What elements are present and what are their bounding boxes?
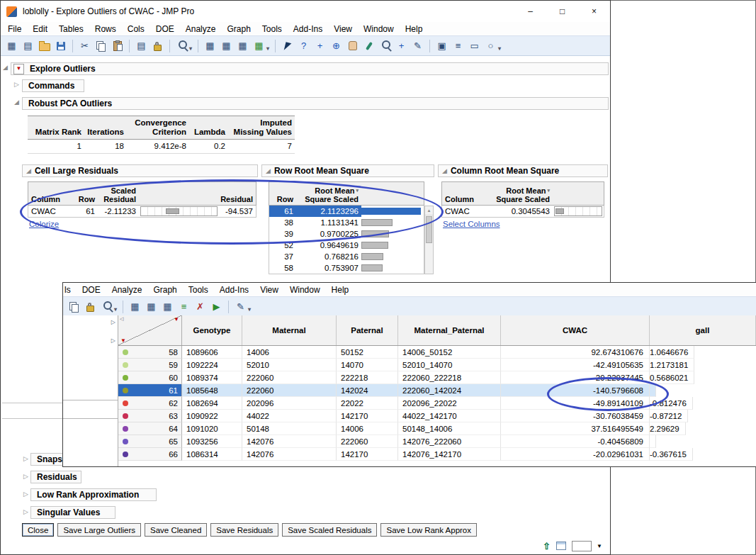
column-header-paternal[interactable]: Paternal xyxy=(337,315,398,345)
menu-analyze[interactable]: Analyze xyxy=(180,24,222,34)
cell-large-residuals-header[interactable]: ◢ Cell Large Residuals xyxy=(22,164,258,177)
cwac-cell[interactable]: -0.40456809 xyxy=(501,435,650,448)
row-state-dot-icon[interactable] xyxy=(123,375,128,381)
singular-values-header[interactable]: Singular Values xyxy=(30,506,115,519)
line-tool-icon[interactable]: ≡ xyxy=(451,38,466,53)
dw-menu-add-ins[interactable]: Add-Ins xyxy=(214,285,254,295)
disclosure-clr-icon[interactable]: ◢ xyxy=(26,168,31,174)
maternal-paternal-cell[interactable]: 50148_14006 xyxy=(398,422,501,435)
cwac-cell[interactable]: -20.02961031 xyxy=(501,448,650,461)
gall-cell[interactable] xyxy=(650,435,656,448)
table-row[interactable]: 60 1089374 222060 222218 222060_222218 -… xyxy=(118,371,756,384)
status-dropdown-icon[interactable]: ▼ xyxy=(597,543,602,549)
disclosure-low-rank-icon[interactable]: ▷ xyxy=(23,491,28,498)
disclosure-explore-outliers-icon[interactable]: ◢ xyxy=(3,65,8,71)
dw-menu-view[interactable]: View xyxy=(254,285,284,295)
close-report-button[interactable]: Close xyxy=(22,523,54,537)
titlebar[interactable]: loblolly - Explore Outliers of CWAC - JM… xyxy=(1,1,610,22)
maternal-cell[interactable]: 50148 xyxy=(242,422,337,435)
lock-icon[interactable] xyxy=(83,299,98,314)
select-columns-link[interactable]: Select Columns xyxy=(443,220,500,228)
paternal-cell[interactable]: 222218 xyxy=(337,371,398,384)
oval-tool-icon[interactable]: ○ xyxy=(483,38,498,53)
maternal-cell[interactable]: 14006 xyxy=(242,346,337,359)
status-up-icon[interactable]: ⇧ xyxy=(543,541,551,551)
paternal-cell[interactable]: 142170 xyxy=(337,448,398,461)
add-rows-icon[interactable]: ▦ xyxy=(128,299,142,314)
row-header[interactable]: 61 xyxy=(118,384,182,397)
save-large-outliers-button[interactable]: Save Large Outliers xyxy=(57,523,141,537)
maternal-cell[interactable]: 222060 xyxy=(242,384,337,397)
exclude-icon[interactable]: ✗ xyxy=(193,299,208,314)
panel-collapse-icon[interactable]: ▷ xyxy=(111,338,115,344)
grabber-tool-icon[interactable] xyxy=(345,38,360,53)
robust-pca-header[interactable]: Robust PCA Outliers xyxy=(22,97,609,110)
row-rms-scrollbar[interactable]: ▴ xyxy=(424,206,434,274)
gall-cell[interactable]: 1.2173181 xyxy=(650,359,694,371)
maternal-cell[interactable]: 142076 xyxy=(242,435,337,448)
dw-menu-window[interactable]: Window xyxy=(284,285,326,295)
column-header-maternal-paternal[interactable]: Maternal_Paternal xyxy=(398,315,501,345)
row-header[interactable]: 59 xyxy=(118,359,182,371)
cut-icon[interactable]: ✂ xyxy=(77,38,92,53)
gall-cell[interactable] xyxy=(650,384,656,397)
save-low-rank-approx-button[interactable]: Save Low Rank Approx xyxy=(380,523,477,537)
paternal-cell[interactable]: 22022 xyxy=(337,397,398,410)
genotype-cell[interactable]: 1082694 xyxy=(182,397,242,410)
gall-cell[interactable]: 2.29629 xyxy=(650,422,686,435)
row-header[interactable]: 66 xyxy=(118,448,182,461)
table-row[interactable]: CWAC 0.3045543 xyxy=(442,206,604,217)
row-header[interactable]: 64 xyxy=(118,422,182,435)
genotype-cell[interactable]: 1089606 xyxy=(182,346,242,359)
menu-help[interactable]: Help xyxy=(400,24,429,34)
maternal-paternal-cell[interactable]: 14006_50152 xyxy=(398,346,501,359)
column-rms-header[interactable]: ◢ Column Root Mean Square xyxy=(438,164,608,177)
save-scaled-residuals-button[interactable]: Save Scaled Residuals xyxy=(282,523,377,537)
maternal-paternal-cell[interactable]: 222060_142024 xyxy=(398,384,501,397)
lock-icon[interactable] xyxy=(150,38,165,53)
sort-chevron-icon[interactable]: ▾ xyxy=(547,186,550,195)
row-header[interactable]: 60 xyxy=(118,371,182,384)
search-icon[interactable] xyxy=(99,299,114,314)
menu-file[interactable]: File xyxy=(2,24,27,34)
help-tool-icon[interactable]: ? xyxy=(296,38,311,53)
menu-view[interactable]: View xyxy=(328,24,358,34)
paternal-cell[interactable]: 142170 xyxy=(337,410,398,422)
table-row[interactable]: 65 1093256 142076 222060 142076_222060 -… xyxy=(118,435,756,448)
loblolly-data-table-window[interactable]: ls DOE Analyze Graph Tools Add-Ins View … xyxy=(62,282,756,467)
collapse-left-icon[interactable]: ◁ xyxy=(120,316,123,322)
menu-tables[interactable]: Tables xyxy=(53,24,89,34)
maternal-paternal-cell[interactable]: 44022_142170 xyxy=(398,410,501,422)
rows-red-triangle-icon[interactable]: ▼ xyxy=(120,338,126,344)
brush-tool-icon[interactable] xyxy=(361,38,376,53)
row-state-dot-icon[interactable] xyxy=(123,439,128,444)
add-rows-icon[interactable]: ▦ xyxy=(203,38,218,53)
genotype-cell[interactable]: 1093256 xyxy=(182,435,242,448)
row-state-dot-icon[interactable] xyxy=(123,452,128,457)
genotype-cell[interactable]: 1090922 xyxy=(182,410,242,422)
menu-edit[interactable]: Edit xyxy=(27,24,53,34)
cwac-cell[interactable]: 92.674310676 xyxy=(501,346,650,359)
commands-header[interactable]: Commands xyxy=(22,79,84,92)
data-view-icon[interactable]: ▦ xyxy=(160,299,175,314)
disclosure-robust-pca-icon[interactable]: ◢ xyxy=(14,99,19,106)
explore-outliers-red-triangle-icon[interactable]: ▼ xyxy=(13,64,24,74)
row-header[interactable]: 62 xyxy=(118,397,182,410)
maternal-cell[interactable]: 52010 xyxy=(242,359,337,371)
menu-window[interactable]: Window xyxy=(358,24,400,34)
cwac-cell[interactable]: 37.516495549 xyxy=(501,422,650,435)
crosshair-tool-icon[interactable]: + xyxy=(312,38,327,53)
panel-collapse-icon[interactable]: ▷ xyxy=(111,320,115,325)
maternal-paternal-cell[interactable]: 142076_222060 xyxy=(398,435,501,448)
column-header-maternal[interactable]: Maternal xyxy=(242,315,337,345)
save-residuals-button[interactable]: Save Residuals xyxy=(210,523,278,537)
status-table-icon[interactable] xyxy=(555,540,567,551)
maternal-paternal-cell[interactable]: 202096_22022 xyxy=(398,397,501,410)
data-view-icon[interactable]: ▦ xyxy=(235,38,250,53)
menu-cols[interactable]: Cols xyxy=(122,24,150,34)
row-state-dot-icon[interactable] xyxy=(123,426,128,432)
menu-graph[interactable]: Graph xyxy=(221,24,256,34)
column-header-genotype[interactable]: Genotype xyxy=(182,315,242,345)
dw-side-panels[interactable]: ▷ ▷ xyxy=(63,315,118,466)
table-row[interactable]: 59 1092224 52010 14070 52010_14070 -42.4… xyxy=(118,359,756,371)
